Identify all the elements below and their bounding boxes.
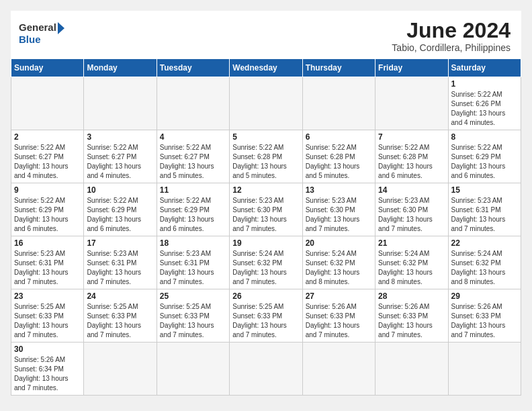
svg-text:Blue: Blue [19,34,41,45]
table-row: 27Sunrise: 5:26 AM Sunset: 6:33 PM Dayli… [302,289,375,342]
table-row: 8Sunrise: 5:22 AM Sunset: 6:29 PM Daylig… [448,130,521,183]
table-row: 26Sunrise: 5:25 AM Sunset: 6:33 PM Dayli… [230,289,302,342]
table-row: 19Sunrise: 5:24 AM Sunset: 6:32 PM Dayli… [230,236,302,289]
calendar-page: GeneralBlue June 2024 Tabio, Cordillera,… [11,11,521,396]
header-thursday: Thursday [302,59,375,77]
day-info: Sunrise: 5:26 AM Sunset: 6:33 PM Dayligh… [378,302,445,340]
table-row: 15Sunrise: 5:23 AM Sunset: 6:31 PM Dayli… [448,183,521,236]
title-area: June 2024 Tabio, Cordillera, Philippines [392,19,511,53]
day-number: 2 [14,132,81,142]
table-row: 28Sunrise: 5:26 AM Sunset: 6:33 PM Dayli… [375,289,448,342]
logo-icon: GeneralBlue [19,19,66,46]
table-row [157,77,229,130]
table-row: 23Sunrise: 5:25 AM Sunset: 6:33 PM Dayli… [11,289,84,342]
day-number: 28 [378,291,445,301]
table-row: 2Sunrise: 5:22 AM Sunset: 6:27 PM Daylig… [11,130,84,183]
header: GeneralBlue June 2024 Tabio, Cordillera,… [11,11,521,58]
table-row: 7Sunrise: 5:22 AM Sunset: 6:28 PM Daylig… [375,130,448,183]
day-number: 30 [14,345,81,354]
table-row: 13Sunrise: 5:23 AM Sunset: 6:30 PM Dayli… [302,183,375,236]
header-tuesday: Tuesday [157,59,229,77]
table-row: 14Sunrise: 5:23 AM Sunset: 6:30 PM Dayli… [375,183,448,236]
calendar-week-row: 23Sunrise: 5:25 AM Sunset: 6:33 PM Dayli… [11,289,521,342]
day-number: 14 [378,185,445,195]
day-info: Sunrise: 5:25 AM Sunset: 6:33 PM Dayligh… [87,302,153,340]
table-row: 17Sunrise: 5:23 AM Sunset: 6:31 PM Dayli… [84,236,157,289]
day-info: Sunrise: 5:25 AM Sunset: 6:33 PM Dayligh… [160,302,226,340]
table-row: 10Sunrise: 5:22 AM Sunset: 6:29 PM Dayli… [84,183,157,236]
day-info: Sunrise: 5:25 AM Sunset: 6:33 PM Dayligh… [232,302,299,340]
day-info: Sunrise: 5:22 AM Sunset: 6:29 PM Dayligh… [14,196,81,234]
table-row [302,77,375,130]
day-number: 1 [451,79,518,89]
weekday-header-row: Sunday Monday Tuesday Wednesday Thursday… [11,59,521,77]
day-number: 3 [87,132,153,142]
table-row [84,77,157,130]
table-row [157,342,229,396]
table-row [302,342,375,396]
day-number: 23 [14,291,81,301]
day-number: 12 [232,185,299,195]
table-row [11,77,84,130]
day-number: 4 [160,132,226,142]
table-row: 30Sunrise: 5:26 AM Sunset: 6:34 PM Dayli… [11,342,84,396]
day-info: Sunrise: 5:24 AM Sunset: 6:32 PM Dayligh… [306,249,372,287]
day-number: 22 [451,238,518,248]
table-row: 25Sunrise: 5:25 AM Sunset: 6:33 PM Dayli… [157,289,229,342]
table-row: 21Sunrise: 5:24 AM Sunset: 6:32 PM Dayli… [375,236,448,289]
day-number: 8 [451,132,518,142]
day-info: Sunrise: 5:22 AM Sunset: 6:28 PM Dayligh… [306,143,372,181]
table-row: 12Sunrise: 5:23 AM Sunset: 6:30 PM Dayli… [230,183,302,236]
calendar-subtitle: Tabio, Cordillera, Philippines [392,42,511,53]
table-row: 4Sunrise: 5:22 AM Sunset: 6:27 PM Daylig… [157,130,229,183]
day-number: 24 [87,291,153,301]
svg-marker-1 [58,22,64,34]
logo: GeneralBlue [19,19,66,46]
day-info: Sunrise: 5:22 AM Sunset: 6:27 PM Dayligh… [14,143,81,181]
day-number: 15 [451,185,518,195]
day-info: Sunrise: 5:25 AM Sunset: 6:33 PM Dayligh… [14,302,81,340]
day-info: Sunrise: 5:23 AM Sunset: 6:31 PM Dayligh… [451,196,518,234]
day-info: Sunrise: 5:26 AM Sunset: 6:34 PM Dayligh… [14,355,81,393]
table-row [448,342,521,396]
calendar-table: Sunday Monday Tuesday Wednesday Thursday… [11,58,521,396]
svg-text:General: General [19,21,56,33]
day-info: Sunrise: 5:23 AM Sunset: 6:31 PM Dayligh… [160,249,226,287]
calendar-week-row: 2Sunrise: 5:22 AM Sunset: 6:27 PM Daylig… [11,130,521,183]
table-row: 16Sunrise: 5:23 AM Sunset: 6:31 PM Dayli… [11,236,84,289]
table-row [230,77,302,130]
day-info: Sunrise: 5:22 AM Sunset: 6:29 PM Dayligh… [160,196,226,234]
calendar-week-row: 30Sunrise: 5:26 AM Sunset: 6:34 PM Dayli… [11,342,521,396]
day-number: 9 [14,185,81,195]
day-number: 21 [378,238,445,248]
day-number: 25 [160,291,226,301]
day-number: 7 [378,132,445,142]
table-row: 18Sunrise: 5:23 AM Sunset: 6:31 PM Dayli… [157,236,229,289]
table-row: 5Sunrise: 5:22 AM Sunset: 6:28 PM Daylig… [230,130,302,183]
day-number: 16 [14,238,81,248]
header-sunday: Sunday [11,59,84,77]
day-number: 6 [306,132,372,142]
day-info: Sunrise: 5:24 AM Sunset: 6:32 PM Dayligh… [451,249,518,287]
day-info: Sunrise: 5:22 AM Sunset: 6:26 PM Dayligh… [451,90,518,128]
day-info: Sunrise: 5:22 AM Sunset: 6:28 PM Dayligh… [232,143,299,181]
day-number: 27 [306,291,372,301]
table-row: 9Sunrise: 5:22 AM Sunset: 6:29 PM Daylig… [11,183,84,236]
header-friday: Friday [375,59,448,77]
day-number: 13 [306,185,372,195]
day-info: Sunrise: 5:23 AM Sunset: 6:30 PM Dayligh… [306,196,372,234]
calendar-week-row: 1Sunrise: 5:22 AM Sunset: 6:26 PM Daylig… [11,77,521,130]
table-row: 11Sunrise: 5:22 AM Sunset: 6:29 PM Dayli… [157,183,229,236]
day-info: Sunrise: 5:23 AM Sunset: 6:30 PM Dayligh… [378,196,445,234]
table-row [84,342,157,396]
day-number: 20 [306,238,372,248]
table-row: 3Sunrise: 5:22 AM Sunset: 6:27 PM Daylig… [84,130,157,183]
day-info: Sunrise: 5:22 AM Sunset: 6:28 PM Dayligh… [378,143,445,181]
day-info: Sunrise: 5:22 AM Sunset: 6:29 PM Dayligh… [87,196,153,234]
day-number: 17 [87,238,153,248]
table-row: 6Sunrise: 5:22 AM Sunset: 6:28 PM Daylig… [302,130,375,183]
table-row: 20Sunrise: 5:24 AM Sunset: 6:32 PM Dayli… [302,236,375,289]
table-row: 24Sunrise: 5:25 AM Sunset: 6:33 PM Dayli… [84,289,157,342]
table-row: 1Sunrise: 5:22 AM Sunset: 6:26 PM Daylig… [448,77,521,130]
table-row: 22Sunrise: 5:24 AM Sunset: 6:32 PM Dayli… [448,236,521,289]
